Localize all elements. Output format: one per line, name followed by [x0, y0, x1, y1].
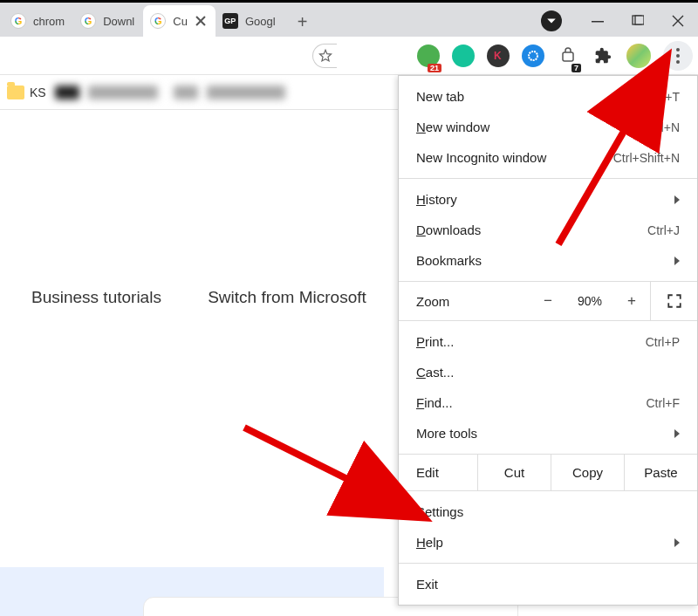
menu-find[interactable]: Find... Ctrl+F [399, 387, 697, 418]
nav-link-switch[interactable]: Switch from Microsoft [208, 288, 366, 306]
close-window-button[interactable] [658, 3, 698, 39]
maximize-icon [632, 15, 644, 27]
star-icon [318, 48, 333, 64]
edit-copy[interactable]: Copy [551, 455, 624, 490]
menu-incognito[interactable]: New Incognito window Ctrl+Shift+N [399, 142, 697, 173]
bookmark-folder-label: KS [30, 86, 46, 99]
submenu-arrow-icon [674, 538, 680, 547]
fullscreen-button[interactable] [650, 282, 697, 320]
submenu-arrow-icon [674, 429, 680, 438]
menu-cast[interactable]: Cast... [399, 357, 697, 387]
close-tab-icon[interactable] [195, 15, 207, 27]
extension-2[interactable] [452, 44, 475, 67]
menu-settings[interactable]: Settings [399, 496, 697, 527]
google-favicon [150, 13, 166, 29]
menu-history[interactable]: History [399, 184, 697, 215]
profile-avatar[interactable] [626, 44, 651, 68]
bookmark-blurred-4[interactable] [207, 86, 285, 99]
browser-toolbar: 21 K 7 [0, 37, 698, 75]
edit-label: Edit [399, 455, 477, 490]
puzzle-icon [594, 47, 612, 65]
menu-new-window[interactable]: New window Ctrl+N [399, 112, 697, 142]
bookmark-folder[interactable]: KS [7, 86, 46, 99]
menu-exit[interactable]: Exit [399, 569, 697, 599]
zoom-value: 90% [566, 294, 613, 308]
bookmark-star-button[interactable] [312, 44, 337, 68]
extensions-button[interactable] [592, 44, 614, 67]
zoom-in-button[interactable]: + [613, 282, 650, 320]
tab-strip: chrom Downl Cu GP Googl + [0, 3, 316, 37]
gear-icon [527, 50, 539, 62]
chrome-menu: New tab Ctrl+T New window Ctrl+N New Inc… [398, 75, 698, 606]
tab-3-label: Cu [173, 15, 188, 28]
submenu-arrow-icon [674, 257, 680, 265]
bookmark-blurred-1[interactable] [55, 86, 79, 99]
nav-link-business[interactable]: Business tutorials [31, 288, 161, 306]
close-icon [672, 15, 684, 27]
tab-4-label: Googl [245, 15, 276, 28]
tab-2[interactable]: Downl [73, 5, 143, 37]
menu-downloads[interactable]: Downloads Ctrl+J [399, 215, 697, 245]
chrome-menu-button[interactable] [663, 41, 693, 71]
shopping-icon [559, 47, 577, 65]
tab-4[interactable]: GP Googl [216, 5, 284, 37]
menu-more-tools[interactable]: More tools [399, 418, 697, 448]
menu-zoom-row: Zoom − 90% + [399, 282, 697, 320]
edit-paste[interactable]: Paste [624, 455, 697, 490]
extension-3[interactable]: K [487, 44, 510, 67]
extension-5-badge: 7 [571, 64, 581, 72]
menu-print[interactable]: Print... Ctrl+P [399, 326, 697, 357]
menu-edit-row: Edit Cut Copy Paste [399, 454, 697, 491]
google-favicon [10, 13, 26, 29]
extension-1-badge: 21 [428, 64, 441, 72]
extensions-row: 21 K 7 [417, 41, 693, 71]
extension-1[interactable]: 21 [417, 44, 440, 67]
bookmark-blurred-2[interactable] [88, 86, 158, 99]
chevron-down-badge[interactable] [541, 10, 562, 31]
folder-icon [7, 86, 24, 99]
zoom-label: Zoom [399, 284, 530, 319]
bookmark-blurred-3[interactable] [174, 86, 198, 99]
menu-help[interactable]: Help [399, 527, 697, 558]
menu-new-tab[interactable]: New tab Ctrl+T [399, 81, 697, 112]
maximize-button[interactable] [618, 3, 658, 39]
svg-text:K: K [494, 50, 502, 62]
zoom-out-button[interactable]: − [530, 282, 566, 320]
letter-k-icon: K [492, 50, 504, 62]
gp-favicon: GP [222, 13, 238, 29]
chevron-down-icon [546, 16, 557, 26]
tab-3-active[interactable]: Cu [143, 5, 216, 37]
tab-1[interactable]: chrom [3, 5, 73, 37]
svg-rect-0 [592, 21, 604, 23]
extension-4[interactable] [522, 44, 544, 67]
new-tab-button[interactable]: + [290, 9, 316, 35]
menu-bookmarks[interactable]: Bookmarks [399, 245, 697, 276]
svg-point-4 [529, 51, 537, 60]
window-titlebar: chrom Downl Cu GP Googl + [0, 0, 698, 37]
submenu-arrow-icon [674, 195, 680, 204]
extension-5[interactable]: 7 [557, 44, 579, 67]
edit-cut[interactable]: Cut [477, 455, 551, 490]
minimize-icon [592, 15, 604, 27]
tab-1-label: chrom [33, 15, 65, 28]
google-favicon [80, 13, 96, 29]
minimize-button[interactable] [578, 3, 618, 39]
tab-2-label: Downl [103, 15, 134, 28]
fullscreen-icon [667, 293, 682, 309]
svg-rect-2 [635, 16, 644, 24]
svg-rect-5 [563, 52, 573, 61]
window-controls [541, 3, 698, 39]
